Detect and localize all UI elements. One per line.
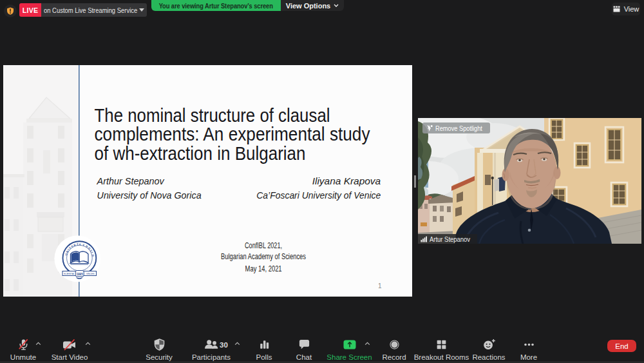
svg-text:1: 1 xyxy=(378,282,382,289)
svg-text:Iliyana Krapova: Iliyana Krapova xyxy=(312,176,381,186)
svg-text:1995: 1995 xyxy=(76,273,83,276)
svg-text:ConfIBL 2021,: ConfIBL 2021, xyxy=(245,241,282,250)
svg-text:SCIENTIA: SCIENTIA xyxy=(64,273,74,275)
svg-text:VINCES: VINCES xyxy=(86,273,95,275)
svg-text:Bulgarian Academy of Sciences: Bulgarian Academy of Sciences xyxy=(221,252,306,261)
svg-text:of wh-extraction in Bulgarian: of wh-extraction in Bulgarian xyxy=(95,142,306,164)
svg-text:Arthur Stepanov: Arthur Stepanov xyxy=(97,176,165,186)
svg-text:complements: An experimental s: complements: An experimental study xyxy=(95,123,370,144)
svg-text:University of Nova Gorica: University of Nova Gorica xyxy=(97,190,202,201)
svg-text:The nominal structure of claus: The nominal structure of clausal xyxy=(95,104,330,126)
svg-text:May 14, 2021: May 14, 2021 xyxy=(245,264,282,273)
svg-text:Ca’Foscari University of Venic: Ca’Foscari University of Venice xyxy=(256,190,381,201)
